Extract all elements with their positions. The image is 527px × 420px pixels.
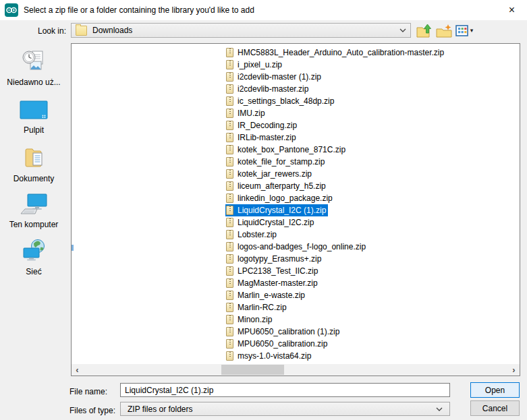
file-item[interactable]: logotypy_Erasmus+.zip <box>225 253 323 265</box>
look-in-label: Look in: <box>19 26 66 36</box>
file-item-label: kotek_box_Pantone_871C.zip <box>238 144 345 156</box>
sidebar-item-recent[interactable]: Niedawno uż... <box>0 50 67 87</box>
file-item[interactable]: LiquidCrystal_I2C.zip <box>225 216 316 229</box>
window-title: Select a zip file or a folder containing… <box>24 5 254 15</box>
file-name-label: File name: <box>70 387 107 396</box>
file-item[interactable]: LPC2138_Test_IIC.zip <box>225 265 320 277</box>
files-of-type-label: Files of type: <box>70 406 115 415</box>
zip-file-icon <box>226 315 233 324</box>
file-item[interactable]: Marlin-RC.zip <box>225 301 289 313</box>
file-item[interactable]: liceum_afterparty_h5.zip <box>225 180 328 192</box>
up-one-level-button[interactable] <box>415 22 433 39</box>
sidebar-item-label: Dokumenty <box>13 174 55 183</box>
file-item[interactable]: i_pixel_u.zip <box>225 59 284 71</box>
look-in-combobox[interactable]: Downloads <box>71 23 411 38</box>
file-item-label: LiquidCrystal_I2C (1).zip <box>238 204 326 216</box>
file-item[interactable]: kotek_file_for_stamp.zip <box>225 156 327 168</box>
zip-file-icon <box>226 96 233 106</box>
file-list-items: HMC5883L_Header_Arduino_Auto_calibration… <box>225 47 446 362</box>
file-item[interactable]: linkedin_logo_package.zip <box>225 192 335 204</box>
file-item-label: logotypy_Erasmus+.zip <box>238 253 321 265</box>
zip-file-icon <box>226 327 233 336</box>
file-item[interactable]: i2cdevlib-master (1).zip <box>225 71 323 83</box>
file-item-label: HMC5883L_Header_Arduino_Auto_calibration… <box>238 47 444 59</box>
sidebar-item-documents[interactable]: Dokumenty <box>0 146 67 183</box>
zip-file-icon <box>226 218 233 227</box>
sidebar-item-label: Sieć <box>26 267 41 276</box>
file-item-label: MagMaster-master.zip <box>238 277 318 289</box>
file-item-label: Marlin_e-waste.zip <box>238 289 305 301</box>
recent-items-icon <box>22 50 46 74</box>
file-item-label: logos-and-badges_f-logo_online.zip <box>238 241 366 253</box>
view-menu-icon <box>455 25 469 37</box>
file-item[interactable]: Marlin_e-waste.zip <box>225 289 307 301</box>
close-button[interactable]: × <box>497 0 527 20</box>
chevron-down-icon <box>436 407 443 411</box>
file-item-label: IMU.zip <box>238 107 265 119</box>
file-item[interactable]: Minon.zip <box>225 313 274 326</box>
zip-file-icon <box>226 121 233 130</box>
file-item-label: Marlin-RC.zip <box>238 301 287 313</box>
sidebar-item-network[interactable]: Sieć <box>0 239 67 276</box>
file-item[interactable]: MPU6050_calibration (1).zip <box>225 326 341 338</box>
scroll-left-arrow[interactable]: ‹ <box>72 364 83 376</box>
file-item[interactable]: IR_Decoding.zip <box>225 119 299 131</box>
network-icon <box>20 239 47 264</box>
file-item[interactable]: IRLib-master.zip <box>225 131 298 144</box>
zip-file-icon <box>226 230 233 239</box>
zip-file-icon <box>226 181 233 191</box>
file-item-label: ic_settings_black_48dp.zip <box>238 95 334 107</box>
zip-file-icon <box>226 242 233 251</box>
zip-file-icon <box>226 193 233 203</box>
cancel-button[interactable]: Cancel <box>470 400 520 416</box>
horizontal-scrollbar[interactable]: ‹ › <box>72 364 520 376</box>
look-in-value: Downloads <box>92 26 132 35</box>
scrollbar-thumb[interactable] <box>221 365 284 375</box>
create-new-folder-icon <box>436 24 452 38</box>
zip-file-icon <box>226 266 233 276</box>
file-item[interactable]: ic_settings_black_48dp.zip <box>225 95 336 107</box>
up-one-level-icon <box>416 24 432 38</box>
zip-file-icon <box>226 133 233 142</box>
file-list[interactable]: HMC5883L_Header_Arduino_Auto_calibration… <box>71 43 520 376</box>
sidebar-item-label: Pulpit <box>24 125 44 135</box>
file-item[interactable]: i2cdevlib-master.zip <box>225 83 310 95</box>
file-item-label: IRLib-master.zip <box>238 131 296 144</box>
file-item-label: LPC2138_Test_IIC.zip <box>238 265 318 277</box>
open-button[interactable]: Open <box>470 382 520 398</box>
zip-file-icon <box>226 48 233 57</box>
zip-file-icon <box>226 84 233 94</box>
file-item-label: i_pixel_u.zip <box>238 59 282 71</box>
sidebar-item-this-computer[interactable]: Ten komputer <box>0 193 67 229</box>
sidebar-item-label: Ten komputer <box>9 220 59 229</box>
file-item[interactable]: logos-and-badges_f-logo_online.zip <box>225 241 368 253</box>
view-menu-button[interactable]: ▾ <box>453 22 475 39</box>
file-item[interactable]: LiquidCrystal_I2C (1).zip <box>225 204 328 216</box>
create-new-folder-button[interactable] <box>435 22 453 39</box>
zip-file-icon <box>226 303 233 312</box>
files-of-type-select[interactable]: ZIP files or folders <box>120 402 450 416</box>
file-item[interactable]: kotek_box_Pantone_871C.zip <box>225 144 348 156</box>
file-item-label: kotek_file_for_stamp.zip <box>238 156 325 168</box>
zip-file-icon <box>226 60 233 69</box>
zip-file-icon <box>226 145 233 154</box>
file-item[interactable]: MagMaster-master.zip <box>225 277 320 289</box>
file-name-input[interactable] <box>120 383 450 397</box>
titlebar: Select a zip file or a folder containing… <box>0 0 527 20</box>
zip-file-icon <box>226 254 233 264</box>
zip-file-icon <box>226 72 233 82</box>
file-item[interactable]: MPU6050_calibration.zip <box>225 338 329 350</box>
zip-file-icon <box>226 339 233 349</box>
file-item-label: IR_Decoding.zip <box>238 119 297 131</box>
scroll-right-arrow[interactable]: › <box>508 364 520 376</box>
file-item-label: liceum_afterparty_h5.zip <box>238 180 326 192</box>
file-item[interactable]: msys-1.0-vista64.zip <box>225 350 313 362</box>
file-item[interactable]: IMU.zip <box>225 107 267 119</box>
file-item[interactable]: HMC5883L_Header_Arduino_Auto_calibration… <box>225 47 446 59</box>
folder-icon <box>76 26 87 36</box>
chevron-down-icon <box>399 28 406 32</box>
file-item[interactable]: kotek_jar_rewers.zip <box>225 168 314 180</box>
zip-file-icon <box>226 109 233 118</box>
sidebar-item-desktop[interactable]: Pulpit <box>0 100 67 135</box>
file-item[interactable]: Lobster.zip <box>225 229 279 241</box>
